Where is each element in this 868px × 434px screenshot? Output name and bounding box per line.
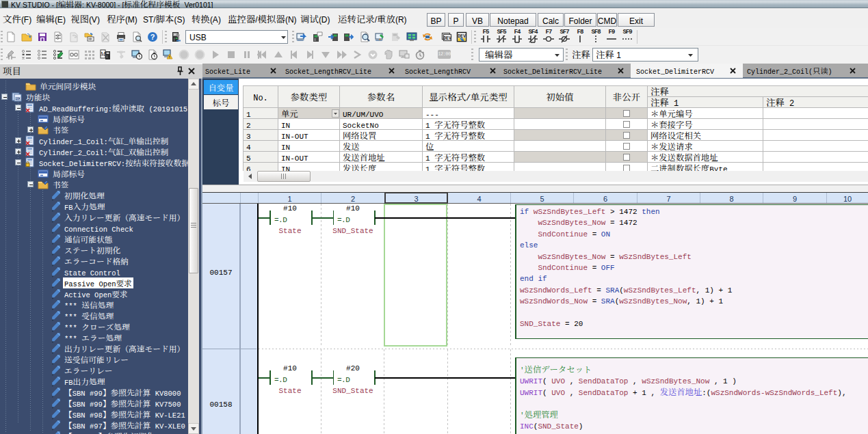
svg-text:DEV: DEV: [458, 34, 466, 39]
svg-text:?: ?: [150, 33, 155, 41]
svg-text:HIO: HIO: [15, 97, 21, 100]
svg-text:M: M: [100, 51, 106, 57]
svg-text:DEV: DEV: [443, 36, 451, 41]
